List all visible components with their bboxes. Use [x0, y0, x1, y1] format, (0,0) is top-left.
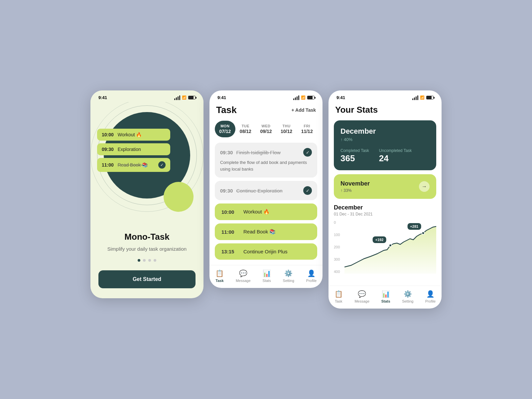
bottom-nav-3: 📋 Task 💬 Message 📊 Stats ⚙️ Setting 👤 Pr… — [329, 286, 442, 309]
chart-y-labels: 400 300 200 100 0 — [334, 220, 343, 274]
wifi-icon-3: 📶 — [420, 95, 425, 100]
status-bar-3: 9:41 📶 — [329, 90, 442, 102]
task-nav-icon: 📋 — [215, 269, 224, 277]
wifi-icon-2: 📶 — [301, 95, 306, 100]
task-check-icon: ✓ — [158, 161, 166, 169]
screen1-content: Mono-Task Simplify your daily task organ… — [90, 225, 203, 298]
day-fri[interactable]: FRI 11/12 — [297, 121, 317, 137]
battery-icon-3 — [426, 96, 434, 99]
app-title: Mono-Task — [98, 232, 196, 242]
task3-nav-icon: 📋 — [334, 290, 343, 298]
chart-section: December 01 Dec - 31 Dec 2021 400 300 20… — [329, 204, 442, 283]
task-item-1[interactable]: 09:30 Finish Isidigilib Flow ✓ Complete … — [215, 143, 317, 178]
task-item-2[interactable]: 09:30 Continue Exploration ✓ — [215, 181, 317, 200]
signal-icon-3 — [412, 95, 418, 100]
day-tue[interactable]: TUE 08/12 — [235, 121, 256, 137]
green-circle — [164, 182, 194, 212]
setting-nav-icon: ⚙️ — [284, 269, 293, 277]
profile3-nav-icon: 👤 — [426, 290, 435, 298]
status-bar-2: 9:41 📶 — [209, 90, 323, 102]
nav-task[interactable]: 📋 Task — [215, 269, 224, 283]
dot-2[interactable] — [143, 259, 146, 262]
hero-task-3: 11:00 Read Book 📚 ✓ — [97, 158, 170, 172]
nav-profile[interactable]: 👤 Profile — [306, 269, 317, 283]
day-selector: MON 07/12 TUE 08/12 WED 09/12 THU 10/12 … — [209, 121, 323, 143]
nav-message[interactable]: 💬 Message — [236, 269, 251, 283]
hero-task-2: 09:30 Exploration — [97, 143, 170, 155]
day-thu[interactable]: THU 10/12 — [276, 121, 297, 137]
december-card[interactable]: December ↑ 40% Completed Task 365 Uncomp… — [334, 120, 436, 170]
signal-icon-1 — [174, 95, 180, 100]
task-list: 09:30 Finish Isidigilib Flow ✓ Complete … — [209, 143, 323, 260]
completed-label: Completed Task — [340, 148, 369, 153]
chart-svg-area: +192 +281 — [344, 220, 436, 274]
stats-header: Your Stats — [329, 102, 442, 120]
chart-title: December — [334, 204, 436, 211]
status-icons-3: 📶 — [412, 95, 434, 100]
check-icon-1: ✓ — [303, 148, 312, 157]
app-subtitle: Simplify your daily task organization — [98, 245, 196, 253]
check-icon-2: ✓ — [303, 186, 312, 195]
chart-svg — [344, 220, 436, 274]
uncompleted-value: 24 — [379, 153, 412, 164]
nov-month: November — [340, 180, 370, 187]
dot-4[interactable] — [154, 259, 156, 262]
dec-month: December — [340, 127, 430, 136]
nav3-profile[interactable]: 👤 Profile — [425, 290, 436, 303]
get-started-button[interactable]: Get Started — [98, 270, 196, 288]
november-card[interactable]: November ↑ 33% → — [334, 174, 436, 199]
status-bar-1: 9:41 📶 — [90, 90, 203, 102]
stats3-nav-icon: 📊 — [382, 290, 390, 298]
time-2: 9:41 — [217, 95, 226, 100]
hero-task-cards: 10:00 Workout 🔥 09:30 Exploration 11:00 … — [97, 129, 170, 172]
dec-percent: ↑ 40% — [340, 137, 430, 142]
nav-setting[interactable]: ⚙️ Setting — [283, 269, 294, 283]
chart-tooltip-1: +192 — [372, 236, 386, 243]
signal-icon-2 — [293, 95, 299, 100]
task-item-4[interactable]: 11:00 Read Book 📚 — [215, 223, 317, 240]
screen2: 9:41 📶 Task + Add Task MON 07 — [209, 90, 323, 288]
chart-tooltip-2: +281 — [407, 223, 421, 230]
time-1: 9:41 — [98, 95, 107, 100]
add-task-button[interactable]: + Add Task — [291, 107, 316, 113]
nav3-message[interactable]: 💬 Message — [354, 290, 369, 303]
nav-stats[interactable]: 📊 Stats — [263, 269, 271, 283]
setting3-nav-icon: ⚙️ — [404, 290, 412, 298]
hero-task-1: 10:00 Workout 🔥 — [97, 129, 170, 141]
completed-value: 365 — [340, 153, 369, 164]
uncompleted-label: Uncompleted Task — [379, 148, 412, 153]
stats-nav-icon: 📊 — [263, 269, 271, 277]
day-mon[interactable]: MON 07/12 — [215, 121, 235, 137]
screen3: 9:41 📶 Your Stats December ↑ 40% — [329, 90, 442, 309]
nav3-task[interactable]: 📋 Task — [334, 290, 343, 303]
dot-1[interactable] — [138, 259, 140, 262]
message3-nav-icon: 💬 — [358, 290, 366, 298]
bottom-nav-2: 📋 Task 💬 Message 📊 Stats ⚙️ Setting 👤 Pr… — [209, 265, 323, 288]
screen1: 9:41 📶 — [90, 90, 203, 298]
status-icons-2: 📶 — [293, 95, 315, 100]
time-3: 9:41 — [336, 95, 345, 100]
battery-icon-2 — [307, 96, 315, 99]
carousel-dots — [98, 259, 196, 262]
chart-container: 400 300 200 100 0 — [334, 220, 436, 280]
status-icons-1: 📶 — [174, 95, 196, 100]
day-wed[interactable]: WED 09/12 — [256, 121, 276, 137]
nov-percent: ↑ 33% — [340, 188, 370, 193]
svg-point-0 — [389, 244, 392, 247]
battery-icon-1 — [188, 96, 196, 99]
wifi-icon-1: 📶 — [182, 95, 187, 100]
stats-title: Your Stats — [335, 105, 435, 115]
message-nav-icon: 💬 — [239, 269, 247, 277]
november-arrow-icon: → — [419, 181, 430, 192]
svg-point-1 — [422, 232, 425, 234]
nav3-stats[interactable]: 📊 Stats — [381, 290, 390, 303]
dot-3[interactable] — [148, 259, 151, 262]
chart-subtitle: 01 Dec - 31 Dec 2021 — [334, 212, 436, 216]
profile-nav-icon: 👤 — [307, 269, 316, 277]
task-title: Task — [216, 105, 237, 115]
task-header: Task + Add Task — [209, 102, 323, 121]
hero-area: 10:00 Workout 🔥 09:30 Exploration 11:00 … — [90, 102, 203, 225]
nav3-setting[interactable]: ⚙️ Setting — [402, 290, 413, 303]
task-item-5[interactable]: 13:15 Continue Orijin Plus — [215, 243, 317, 260]
task-item-3[interactable]: 10:00 Workout 🔥 — [215, 203, 317, 220]
